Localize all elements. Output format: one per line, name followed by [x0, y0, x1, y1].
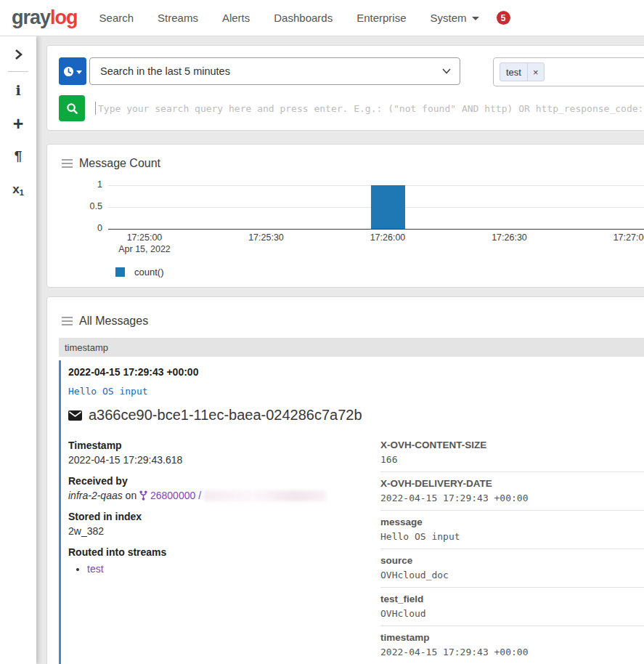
stream-list-item: test: [87, 563, 380, 575]
stream-chip-label: test: [500, 63, 527, 81]
timerange-select[interactable]: Search in the last 5 minutes: [89, 57, 460, 85]
field-name: test_field: [380, 594, 644, 604]
routed-streams-list: test: [87, 563, 380, 575]
subscript-icon: x1: [12, 182, 24, 197]
nav-item-enterprise[interactable]: Enterprise: [356, 12, 406, 24]
drag-handle-icon[interactable]: [62, 317, 73, 325]
field-row: timestamp 2022-04-15 17:29:43 +00:00: [380, 632, 644, 664]
message-id: a366ce90-bce1-11ec-baea-024286c7a72b: [89, 407, 362, 424]
field-value: Hello OS input: [380, 531, 644, 542]
message-count-widget: Message Count 00.5117:25:0017:25:3017:26…: [46, 144, 644, 288]
select-chevron-icon: [442, 68, 451, 74]
message-count-chart: 00.5117:25:0017:25:3017:26:0017:26:3017:…: [62, 177, 644, 255]
stream-chip: test ×: [500, 62, 545, 81]
messages-table-header-timestamp[interactable]: timestamp: [59, 338, 644, 357]
logo-log: log: [50, 7, 78, 28]
search-submit-button[interactable]: [59, 95, 85, 121]
stream-chip-remove-button[interactable]: ×: [527, 63, 544, 81]
chart-legend: count(): [115, 267, 644, 278]
field-row: X-OVH-DELIVERY-DATE 2022-04-15 17:29:43 …: [380, 478, 644, 511]
pilcrow-icon: ¶: [15, 148, 23, 164]
received-on-word: on: [126, 490, 137, 501]
meta-label-timestamp: Timestamp: [68, 440, 380, 451]
sidebar-item-create[interactable]: +: [0, 111, 36, 136]
sidebar-divider: [8, 71, 28, 72]
search-icon: [66, 102, 78, 115]
meta-value-timestamp: 2022-04-15 17:29:43.618: [68, 454, 380, 466]
field-value: 2022-04-15 17:29:43 +00:00: [380, 493, 644, 503]
field-value: 2022-04-15 17:29:43 +00:00: [380, 647, 644, 657]
field-value: 166: [380, 454, 644, 465]
redacted-blur: [204, 490, 326, 501]
sidebar-item-description[interactable]: i: [0, 78, 36, 102]
nav-item-alerts[interactable]: Alerts: [222, 12, 250, 24]
sidebar-expand-button[interactable]: [0, 42, 36, 67]
field-value: OVHcloud: [380, 608, 644, 619]
field-name: X-OVH-CONTENT-SIZE: [380, 440, 644, 450]
chevron-down-icon: [472, 17, 479, 20]
x-tick-label: 17:26:00: [344, 232, 431, 243]
widget-title: All Messages: [79, 315, 148, 328]
nav-item-dashboards[interactable]: Dashboards: [274, 12, 333, 24]
logo-gray: gray: [12, 7, 50, 28]
all-messages-widget: All Messages timestamp 2022-04-15 17:29:…: [46, 296, 644, 664]
timerange-type-button[interactable]: [59, 57, 86, 85]
info-icon: i: [15, 82, 20, 98]
sidebar: i + ¶ x1: [0, 36, 36, 664]
field-name: message: [380, 517, 644, 527]
x-tick-label: 17:25:30: [223, 232, 310, 243]
legend-swatch: [115, 267, 125, 277]
x-axis-date-label: Apr 15, 2022: [101, 244, 188, 254]
legend-label: count(): [134, 267, 163, 278]
clock-icon: [63, 66, 74, 77]
nav-item-search[interactable]: Search: [99, 12, 134, 24]
search-query-input[interactable]: Type your search query here and press en…: [95, 95, 644, 121]
system-menu-label: System: [431, 12, 467, 24]
message-preview-link[interactable]: Hello OS input: [68, 386, 644, 397]
envelope-icon: [68, 410, 82, 421]
chart-bar[interactable]: [371, 185, 405, 229]
plus-icon: +: [13, 113, 24, 134]
message-timestamp[interactable]: 2022-04-15 17:29:43 +00:00: [68, 366, 644, 378]
top-nav: graylog Search Streams Alerts Dashboards…: [0, 0, 644, 36]
caret-down-icon: [76, 70, 82, 74]
main-content: Search in the last 5 minutes test ×: [36, 36, 644, 664]
field-name: timestamp: [380, 632, 644, 643]
search-bar-card: Search in the last 5 minutes test ×: [46, 45, 644, 131]
field-row: test_field OVHcloud: [380, 594, 644, 626]
timerange-selected-value: Search in the last 5 minutes: [100, 65, 230, 77]
field-name: X-OVH-DELIVERY-DATE: [380, 478, 644, 489]
meta-value-received-by: infra-2-qaas on 26800000 /: [68, 490, 380, 501]
stream-link[interactable]: test: [87, 563, 104, 575]
x-tick-label: 17:27:00: [587, 232, 644, 243]
x-tick-label: 17:26:30: [466, 232, 553, 243]
nav-menu-system[interactable]: System: [431, 12, 479, 24]
message-row-expanded: 2022-04-15 17:29:43 +00:00 Hello OS inpu…: [59, 360, 644, 664]
field-row: X-OVH-CONTENT-SIZE 166: [380, 440, 644, 472]
chevron-right-icon: [12, 48, 25, 61]
message-meta-column: Timestamp 2022-04-15 17:29:43.618 Receiv…: [68, 440, 380, 664]
field-row: source OVHcloud_doc: [380, 555, 644, 588]
widget-title: Message Count: [79, 157, 160, 170]
nav-item-streams[interactable]: Streams: [158, 12, 198, 24]
field-value: OVHcloud_doc: [380, 570, 644, 580]
meta-label-received-by: Received by: [68, 475, 380, 487]
field-row: message Hello OS input: [380, 517, 644, 549]
notification-count-badge[interactable]: 5: [497, 11, 510, 25]
nav-items: Search Streams Alerts Dashboards Enterpr…: [99, 12, 479, 24]
drag-handle-icon[interactable]: [62, 159, 73, 168]
meta-label-stored-index: Stored in index: [68, 511, 380, 522]
sidebar-item-fields[interactable]: x1: [0, 177, 36, 202]
meta-value-stored-index: 2w_382: [68, 525, 380, 537]
node-name: infra-2-qaas: [68, 490, 123, 501]
field-name: source: [380, 555, 644, 566]
x-tick-label: 17:25:00: [101, 232, 188, 243]
meta-label-routed-streams: Routed into streams: [68, 546, 380, 558]
text-cursor: [95, 102, 96, 115]
sidebar-item-formatting[interactable]: ¶: [0, 144, 36, 169]
code-fork-icon: [139, 490, 147, 501]
graylog-logo[interactable]: graylog: [12, 7, 78, 29]
search-query-placeholder: Type your search query here and press en…: [98, 103, 644, 114]
input-link[interactable]: 26800000 /: [150, 490, 201, 501]
stream-filter-input[interactable]: test ×: [493, 57, 644, 86]
